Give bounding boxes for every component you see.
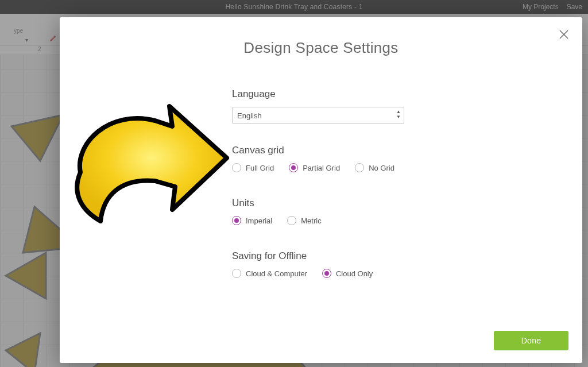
units-options: Imperial Metric (232, 216, 467, 225)
radio-icon (322, 269, 331, 278)
radio-label: Metric (301, 217, 321, 225)
language-select[interactable]: English (232, 107, 404, 124)
radio-label: Cloud Only (336, 269, 373, 278)
radio-label: No Grid (369, 164, 394, 172)
radio-label: Partial Grid (303, 164, 340, 172)
radio-label: Full Grid (246, 164, 274, 172)
radio-icon (232, 163, 241, 172)
radio-icon (355, 163, 364, 172)
radio-no-grid[interactable]: No Grid (355, 163, 394, 172)
settings-modal: Design Space Settings Language English ▲… (60, 17, 582, 363)
radio-label: Imperial (246, 217, 272, 225)
settings-form: Language English ▲▼ Canvas grid Full Gri… (232, 88, 467, 278)
radio-cloud-computer[interactable]: Cloud & Computer (232, 269, 307, 278)
offline-options: Cloud & Computer Cloud Only (232, 269, 467, 278)
radio-icon (289, 163, 298, 172)
radio-icon (232, 269, 241, 278)
language-select-wrap: English ▲▼ (232, 107, 404, 124)
section-label-units: Units (232, 198, 467, 209)
radio-icon (287, 216, 296, 225)
section-label-offline: Saving for Offline (232, 250, 467, 262)
radio-label: Cloud & Computer (246, 269, 307, 278)
radio-imperial[interactable]: Imperial (232, 216, 272, 225)
close-icon (557, 28, 571, 41)
close-button[interactable] (557, 28, 571, 41)
radio-cloud-only[interactable]: Cloud Only (322, 269, 373, 278)
radio-partial-grid[interactable]: Partial Grid (289, 163, 340, 172)
radio-full-grid[interactable]: Full Grid (232, 163, 274, 172)
modal-title: Design Space Settings (60, 39, 582, 57)
canvas-grid-options: Full Grid Partial Grid No Grid (232, 163, 467, 172)
radio-icon (232, 216, 241, 225)
radio-metric[interactable]: Metric (287, 216, 321, 225)
section-label-canvas-grid: Canvas grid (232, 145, 467, 156)
done-button[interactable]: Done (494, 331, 568, 350)
section-label-language: Language (232, 88, 467, 100)
